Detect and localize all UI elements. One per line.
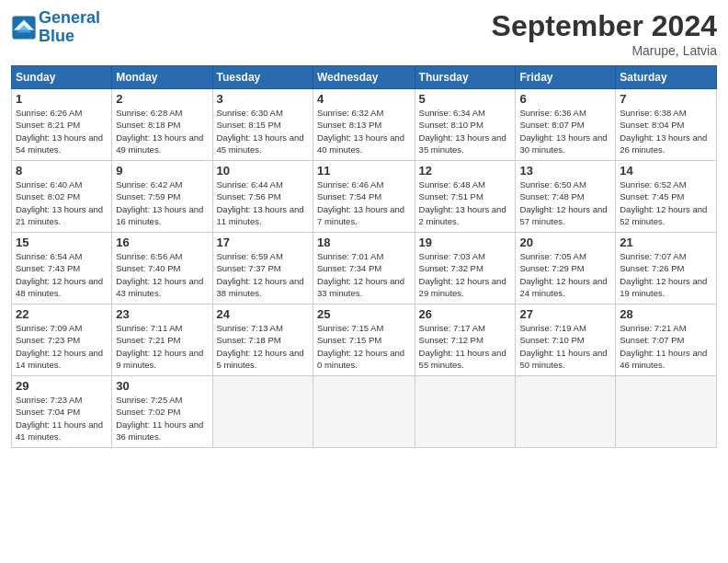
day-info: Sunrise: 6:30 AM Sunset: 8:15 PM Dayligh… [217,107,309,155]
day-info: Sunrise: 6:56 AM Sunset: 7:40 PM Dayligh… [116,250,208,299]
calendar-cell: 20 Sunrise: 7:05 AM Sunset: 7:29 PM Dayl… [516,233,616,304]
day-number: 27 [519,307,611,321]
header-sunday: Sunday [12,66,112,89]
day-info: Sunrise: 6:40 AM Sunset: 8:02 PM Dayligh… [16,178,108,227]
logo-icon [11,15,37,40]
calendar-cell: 18 Sunrise: 7:01 AM Sunset: 7:34 PM Dayl… [313,233,415,304]
calendar-cell: 22 Sunrise: 7:09 AM Sunset: 7:23 PM Dayl… [12,304,112,376]
calendar-cell: 26 Sunrise: 7:17 AM Sunset: 7:12 PM Dayl… [415,304,516,376]
calendar-cell: 29 Sunrise: 7:23 AM Sunset: 7:04 PM Dayl… [12,376,112,448]
day-number: 7 [620,92,712,106]
day-info: Sunrise: 7:09 AM Sunset: 7:23 PM Dayligh… [16,322,108,371]
day-number: 21 [620,236,712,249]
day-number: 4 [317,92,411,106]
calendar-cell [313,376,415,448]
calendar-cell: 1 Sunrise: 6:26 AM Sunset: 8:21 PM Dayli… [12,89,112,161]
day-info: Sunrise: 7:17 AM Sunset: 7:12 PM Dayligh… [419,322,512,371]
calendar-container: General Blue September 2024 Marupe, Latv… [0,0,728,457]
month-title: September 2024 [492,9,717,43]
calendar-header: General Blue September 2024 Marupe, Latv… [11,9,717,58]
day-number: 28 [620,307,712,321]
calendar-cell [415,376,516,448]
calendar-cell: 10 Sunrise: 6:44 AM Sunset: 7:56 PM Dayl… [212,161,313,233]
calendar-cell: 28 Sunrise: 7:21 AM Sunset: 7:07 PM Dayl… [616,304,717,376]
day-number: 11 [317,164,411,178]
calendar-cell: 13 Sunrise: 6:50 AM Sunset: 7:48 PM Dayl… [516,161,616,233]
day-info: Sunrise: 7:15 AM Sunset: 7:15 PM Dayligh… [317,322,411,371]
day-number: 16 [116,236,208,249]
calendar-cell: 15 Sunrise: 6:54 AM Sunset: 7:43 PM Dayl… [12,233,112,304]
calendar-cell: 11 Sunrise: 6:46 AM Sunset: 7:54 PM Dayl… [313,161,415,233]
day-info: Sunrise: 7:25 AM Sunset: 7:02 PM Dayligh… [116,394,208,442]
day-number: 2 [116,92,208,106]
calendar-cell: 16 Sunrise: 6:56 AM Sunset: 7:40 PM Dayl… [112,233,212,304]
header-thursday: Thursday [415,66,516,89]
day-number: 12 [419,164,512,178]
day-number: 25 [317,307,411,321]
header-saturday: Saturday [616,66,717,89]
day-number: 13 [519,164,611,178]
day-info: Sunrise: 6:59 AM Sunset: 7:37 PM Dayligh… [217,250,309,299]
calendar-cell: 9 Sunrise: 6:42 AM Sunset: 7:59 PM Dayli… [112,161,212,233]
day-info: Sunrise: 7:07 AM Sunset: 7:26 PM Dayligh… [620,250,712,299]
calendar-week-row: 29 Sunrise: 7:23 AM Sunset: 7:04 PM Dayl… [12,376,717,448]
calendar-week-row: 1 Sunrise: 6:26 AM Sunset: 8:21 PM Dayli… [12,89,717,161]
logo: General Blue [11,9,100,46]
calendar-cell: 30 Sunrise: 7:25 AM Sunset: 7:02 PM Dayl… [112,376,212,448]
day-info: Sunrise: 7:19 AM Sunset: 7:10 PM Dayligh… [519,322,611,371]
day-info: Sunrise: 7:23 AM Sunset: 7:04 PM Dayligh… [16,394,108,442]
calendar-cell: 14 Sunrise: 6:52 AM Sunset: 7:45 PM Dayl… [616,161,717,233]
header-wednesday: Wednesday [313,66,415,89]
day-number: 5 [419,92,512,106]
calendar-cell: 23 Sunrise: 7:11 AM Sunset: 7:21 PM Dayl… [112,304,212,376]
calendar-week-row: 22 Sunrise: 7:09 AM Sunset: 7:23 PM Dayl… [12,304,717,376]
calendar-cell: 17 Sunrise: 6:59 AM Sunset: 7:37 PM Dayl… [212,233,313,304]
calendar-cell: 6 Sunrise: 6:36 AM Sunset: 8:07 PM Dayli… [516,89,616,161]
day-info: Sunrise: 6:54 AM Sunset: 7:43 PM Dayligh… [16,250,108,299]
calendar-cell: 2 Sunrise: 6:28 AM Sunset: 8:18 PM Dayli… [112,89,212,161]
calendar-week-row: 15 Sunrise: 6:54 AM Sunset: 7:43 PM Dayl… [12,233,717,304]
day-number: 22 [16,307,108,321]
calendar-cell: 25 Sunrise: 7:15 AM Sunset: 7:15 PM Dayl… [313,304,415,376]
day-info: Sunrise: 7:05 AM Sunset: 7:29 PM Dayligh… [519,250,611,299]
day-info: Sunrise: 6:32 AM Sunset: 8:13 PM Dayligh… [317,107,411,155]
location: Marupe, Latvia [492,43,717,58]
calendar-cell: 27 Sunrise: 7:19 AM Sunset: 7:10 PM Dayl… [516,304,616,376]
day-info: Sunrise: 7:13 AM Sunset: 7:18 PM Dayligh… [217,322,309,371]
calendar-cell: 7 Sunrise: 6:38 AM Sunset: 8:04 PM Dayli… [616,89,717,161]
calendar-cell [616,376,717,448]
calendar-body: 1 Sunrise: 6:26 AM Sunset: 8:21 PM Dayli… [12,89,717,448]
day-number: 14 [620,164,712,178]
day-info: Sunrise: 6:26 AM Sunset: 8:21 PM Dayligh… [16,107,108,155]
day-info: Sunrise: 6:38 AM Sunset: 8:04 PM Dayligh… [620,107,712,155]
day-number: 19 [419,236,512,249]
day-number: 6 [519,92,611,106]
day-info: Sunrise: 6:42 AM Sunset: 7:59 PM Dayligh… [116,178,208,227]
calendar-cell: 19 Sunrise: 7:03 AM Sunset: 7:32 PM Dayl… [415,233,516,304]
calendar-cell: 8 Sunrise: 6:40 AM Sunset: 8:02 PM Dayli… [12,161,112,233]
calendar-cell: 3 Sunrise: 6:30 AM Sunset: 8:15 PM Dayli… [212,89,313,161]
day-info: Sunrise: 6:36 AM Sunset: 8:07 PM Dayligh… [519,107,611,155]
day-number: 1 [16,92,108,106]
day-info: Sunrise: 7:01 AM Sunset: 7:34 PM Dayligh… [317,250,411,299]
day-number: 10 [217,164,309,178]
day-info: Sunrise: 6:44 AM Sunset: 7:56 PM Dayligh… [217,178,309,227]
day-number: 26 [419,307,512,321]
day-info: Sunrise: 7:11 AM Sunset: 7:21 PM Dayligh… [116,322,208,371]
day-info: Sunrise: 6:28 AM Sunset: 8:18 PM Dayligh… [116,107,208,155]
day-info: Sunrise: 7:21 AM Sunset: 7:07 PM Dayligh… [620,322,712,371]
calendar-week-row: 8 Sunrise: 6:40 AM Sunset: 8:02 PM Dayli… [12,161,717,233]
day-number: 9 [116,164,208,178]
logo-text: General [39,9,100,28]
calendar-cell: 12 Sunrise: 6:48 AM Sunset: 7:51 PM Dayl… [415,161,516,233]
calendar-cell: 5 Sunrise: 6:34 AM Sunset: 8:10 PM Dayli… [415,89,516,161]
day-info: Sunrise: 6:34 AM Sunset: 8:10 PM Dayligh… [419,107,512,155]
day-number: 29 [16,379,108,393]
calendar-cell [516,376,616,448]
day-info: Sunrise: 6:48 AM Sunset: 7:51 PM Dayligh… [419,178,512,227]
calendar-cell: 24 Sunrise: 7:13 AM Sunset: 7:18 PM Dayl… [212,304,313,376]
header-tuesday: Tuesday [212,66,313,89]
day-info: Sunrise: 6:46 AM Sunset: 7:54 PM Dayligh… [317,178,411,227]
day-info: Sunrise: 6:50 AM Sunset: 7:48 PM Dayligh… [519,178,611,227]
day-number: 15 [16,236,108,249]
